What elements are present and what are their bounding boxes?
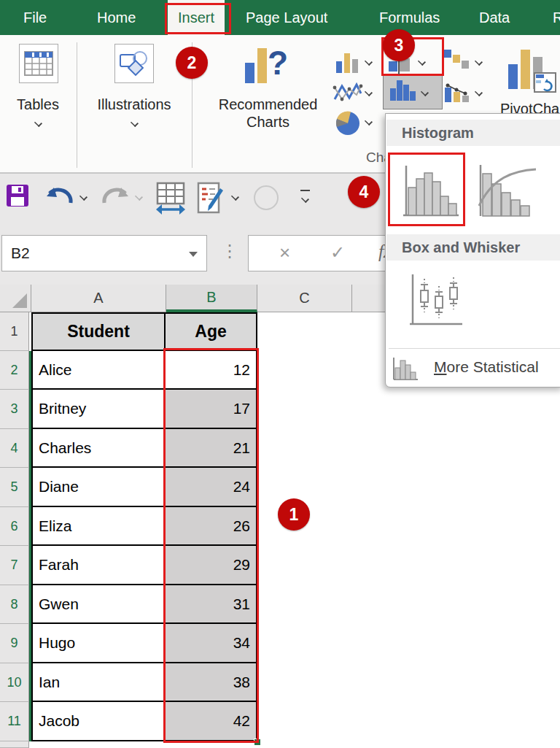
name-box[interactable]: B2	[1, 235, 207, 271]
tab-home[interactable]: Home	[97, 0, 136, 35]
name-box-value: B2	[11, 244, 30, 262]
row-header-2[interactable]: 2	[0, 351, 29, 390]
undo-button[interactable]	[44, 184, 74, 210]
save-icon	[6, 184, 29, 207]
ribbon-tab-bar: File Home Insert Page Layout Formulas Da…	[0, 0, 560, 35]
cell-A2[interactable]: Alice	[31, 351, 166, 390]
column-header-A[interactable]: A	[31, 285, 166, 312]
select-all-triangle-icon	[12, 293, 27, 308]
line-chart-icon	[332, 80, 363, 108]
table-icon	[19, 44, 58, 83]
histogram-section-header: Histogram	[386, 120, 560, 146]
excel-window: File Home Insert Page Layout Formulas Da…	[0, 0, 560, 748]
svg-text:?: ?	[268, 44, 288, 82]
annotation-box-histogram-option	[388, 153, 465, 226]
cell-A10[interactable]: Ian	[31, 663, 166, 702]
row-header-11[interactable]: 11	[0, 702, 29, 741]
save-button[interactable]	[6, 184, 29, 210]
waterfall-chart-icon	[443, 48, 470, 76]
illustrations-label: Illustrations	[87, 96, 182, 113]
edit-dropdown-chevron[interactable]	[231, 193, 239, 201]
pareto-option-icon	[476, 162, 537, 222]
histogram-chart-icon	[389, 79, 419, 104]
annotation-badge-2: 2	[176, 47, 208, 79]
recommended-charts-label-1: Recommended	[208, 96, 328, 113]
chevron-down-icon	[34, 119, 42, 127]
cell-A3[interactable]: Britney	[31, 390, 166, 429]
chevron-down-icon	[421, 88, 429, 96]
tab-data[interactable]: Data	[479, 0, 510, 35]
chevron-down-icon	[475, 88, 483, 96]
tab-review[interactable]: Review	[553, 0, 560, 35]
annotation-box-selected-range	[163, 348, 259, 743]
edit-document-button[interactable]	[197, 182, 228, 218]
more-statistical-label: More Statistical	[434, 358, 539, 376]
cell-A7[interactable]: Farah	[31, 546, 166, 585]
pareto-chart-option[interactable]	[473, 159, 540, 225]
customize-qat-button[interactable]	[300, 190, 310, 198]
box-whisker-chart-option[interactable]	[400, 269, 473, 334]
cell-A5[interactable]: Diane	[31, 468, 166, 507]
tables-label: Tables	[1, 96, 74, 113]
circle-shape-icon[interactable]	[254, 185, 279, 210]
box-whisker-option-icon	[408, 273, 465, 330]
group-separator	[77, 42, 77, 168]
chevron-down-icon	[365, 117, 373, 126]
select-all-button[interactable]	[0, 285, 31, 312]
annotation-box-insert-tab	[165, 3, 231, 34]
pie-chart-icon	[335, 110, 361, 139]
edit-document-icon	[197, 182, 228, 215]
tab-file[interactable]: File	[23, 0, 47, 35]
row-header-4[interactable]: 4	[0, 429, 29, 468]
illustrations-icon	[114, 44, 154, 83]
combo-chart-icon	[443, 80, 471, 107]
cell-A11[interactable]: Jacob	[31, 702, 166, 741]
column-header-C[interactable]: C	[257, 285, 352, 312]
row-header-10[interactable]: 10	[0, 663, 29, 702]
enter-icon[interactable]: ✓	[330, 242, 345, 263]
undo-dropdown-chevron[interactable]	[79, 193, 88, 201]
formula-bar-splitter[interactable]: ⋮	[221, 241, 238, 261]
more-statistical-menu-item[interactable]: More Statistical	[386, 349, 560, 387]
chevron-down-icon	[365, 58, 373, 66]
row-header-5[interactable]: 5	[0, 468, 29, 507]
annotation-badge-4: 4	[348, 176, 380, 208]
annotation-badge-3: 3	[383, 29, 415, 61]
redo-button[interactable]	[101, 184, 131, 210]
cell-A4[interactable]: Charles	[31, 429, 166, 468]
chevron-down-icon	[131, 119, 139, 127]
column-width-button[interactable]	[155, 182, 187, 218]
tab-page-layout[interactable]: Page Layout	[246, 0, 327, 35]
annotation-badge-1: 1	[278, 498, 310, 531]
cell-B1[interactable]: Age	[166, 312, 257, 351]
chevron-down-icon	[365, 88, 373, 96]
column-chart-icon	[335, 51, 360, 77]
cell-A9[interactable]: Hugo	[31, 624, 166, 663]
cell-A8[interactable]: Gwen	[31, 585, 166, 624]
recommended-charts-label-2: Charts	[208, 114, 328, 131]
row-header-8[interactable]: 8	[0, 585, 29, 624]
box-whisker-section-header: Box and Whisker	[386, 234, 560, 261]
row-header-6[interactable]: 6	[0, 507, 29, 546]
tab-formulas[interactable]: Formulas	[379, 0, 440, 35]
cell-A6[interactable]: Eliza	[31, 507, 166, 546]
row-header-12[interactable]	[0, 741, 29, 748]
cell-A1[interactable]: Student	[31, 312, 166, 351]
cancel-icon[interactable]: ×	[279, 242, 290, 264]
pivotchart-icon	[505, 47, 556, 101]
redo-dropdown-chevron[interactable]	[135, 193, 143, 201]
recommended-charts-icon: ?	[241, 41, 289, 92]
row-header-7[interactable]: 7	[0, 546, 29, 585]
column-width-icon	[155, 182, 187, 215]
column-header-B[interactable]: B	[166, 285, 257, 312]
name-box-dropdown-icon[interactable]	[189, 252, 198, 257]
row-header-3[interactable]: 3	[0, 390, 29, 429]
insert-statistic-chart-button[interactable]	[383, 74, 443, 109]
undo-icon	[44, 184, 74, 207]
more-statistical-icon	[392, 356, 419, 381]
row-header-1[interactable]: 1	[0, 312, 29, 351]
row-header-9[interactable]: 9	[0, 624, 29, 663]
chevron-down-icon	[475, 58, 483, 66]
redo-icon	[101, 184, 131, 207]
